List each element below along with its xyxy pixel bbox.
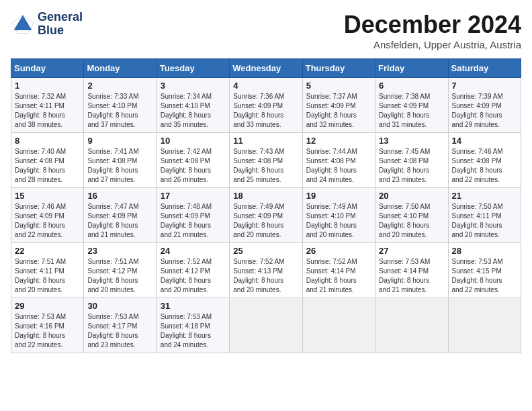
day-number: 14	[452, 136, 517, 146]
day-number: 31	[161, 301, 226, 311]
day-number: 11	[233, 136, 298, 146]
calendar-cell: 19Sunrise: 7:49 AM Sunset: 4:10 PM Dayli…	[302, 188, 375, 243]
main-title: December 2024	[344, 11, 521, 39]
calendar-cell: 18Sunrise: 7:49 AM Sunset: 4:09 PM Dayli…	[230, 188, 302, 243]
day-info: Sunrise: 7:52 AM Sunset: 4:12 PM Dayligh…	[161, 257, 226, 295]
day-number: 26	[306, 246, 371, 256]
calendar-week-row: 1Sunrise: 7:32 AM Sunset: 4:11 PM Daylig…	[11, 78, 521, 133]
day-info: Sunrise: 7:32 AM Sunset: 4:11 PM Dayligh…	[15, 92, 80, 130]
day-number: 16	[87, 191, 152, 201]
calendar-week-row: 22Sunrise: 7:51 AM Sunset: 4:11 PM Dayli…	[11, 243, 521, 298]
calendar-cell: 29Sunrise: 7:53 AM Sunset: 4:16 PM Dayli…	[11, 298, 84, 353]
calendar-cell: 15Sunrise: 7:46 AM Sunset: 4:09 PM Dayli…	[11, 188, 84, 243]
calendar-cell: 3Sunrise: 7:34 AM Sunset: 4:10 PM Daylig…	[157, 78, 229, 133]
calendar-cell: 5Sunrise: 7:37 AM Sunset: 4:09 PM Daylig…	[302, 78, 375, 133]
day-number: 13	[379, 136, 444, 146]
day-number: 20	[379, 191, 444, 201]
day-info: Sunrise: 7:46 AM Sunset: 4:08 PM Dayligh…	[452, 147, 517, 185]
day-number: 30	[87, 301, 152, 311]
title-block: December 2024 Ansfelden, Upper Austria, …	[344, 11, 521, 50]
calendar-cell	[448, 298, 521, 353]
calendar-cell: 16Sunrise: 7:47 AM Sunset: 4:09 PM Dayli…	[84, 188, 157, 243]
svg-marker-0	[14, 15, 32, 30]
logo-icon	[11, 12, 35, 36]
calendar-cell	[230, 298, 302, 353]
day-info: Sunrise: 7:49 AM Sunset: 4:09 PM Dayligh…	[233, 202, 298, 240]
day-info: Sunrise: 7:47 AM Sunset: 4:09 PM Dayligh…	[87, 202, 152, 240]
weekday-header: Tuesday	[157, 59, 229, 78]
calendar-cell: 8Sunrise: 7:40 AM Sunset: 4:08 PM Daylig…	[11, 133, 84, 188]
day-number: 23	[87, 246, 152, 256]
calendar-cell	[302, 298, 375, 353]
day-number: 24	[161, 246, 226, 256]
day-info: Sunrise: 7:36 AM Sunset: 4:09 PM Dayligh…	[233, 92, 298, 130]
calendar-week-row: 15Sunrise: 7:46 AM Sunset: 4:09 PM Dayli…	[11, 188, 521, 243]
day-info: Sunrise: 7:53 AM Sunset: 4:15 PM Dayligh…	[452, 257, 517, 295]
weekday-header: Friday	[375, 59, 448, 78]
day-number: 7	[452, 81, 517, 91]
calendar-cell: 28Sunrise: 7:53 AM Sunset: 4:15 PM Dayli…	[448, 243, 521, 298]
calendar-cell: 6Sunrise: 7:38 AM Sunset: 4:09 PM Daylig…	[375, 78, 448, 133]
day-info: Sunrise: 7:45 AM Sunset: 4:08 PM Dayligh…	[379, 147, 444, 185]
calendar-cell: 13Sunrise: 7:45 AM Sunset: 4:08 PM Dayli…	[375, 133, 448, 188]
day-info: Sunrise: 7:42 AM Sunset: 4:08 PM Dayligh…	[161, 147, 226, 185]
day-info: Sunrise: 7:33 AM Sunset: 4:10 PM Dayligh…	[87, 92, 152, 130]
day-number: 9	[87, 136, 152, 146]
calendar-cell: 12Sunrise: 7:44 AM Sunset: 4:08 PM Dayli…	[302, 133, 375, 188]
logo-text: General Blue	[38, 11, 83, 38]
header: General Blue December 2024 Ansfelden, Up…	[11, 11, 521, 50]
weekday-header: Wednesday	[230, 59, 302, 78]
calendar-cell: 9Sunrise: 7:41 AM Sunset: 4:08 PM Daylig…	[84, 133, 157, 188]
day-number: 5	[306, 81, 371, 91]
day-number: 27	[379, 246, 444, 256]
weekday-header: Sunday	[11, 59, 84, 78]
weekday-header: Saturday	[448, 59, 521, 78]
day-number: 18	[233, 191, 298, 201]
day-number: 17	[161, 191, 226, 201]
day-info: Sunrise: 7:53 AM Sunset: 4:16 PM Dayligh…	[15, 312, 80, 350]
day-number: 1	[15, 81, 80, 91]
calendar-cell: 10Sunrise: 7:42 AM Sunset: 4:08 PM Dayli…	[157, 133, 229, 188]
logo-line1: General	[38, 11, 83, 24]
day-number: 3	[161, 81, 226, 91]
day-info: Sunrise: 7:50 AM Sunset: 4:10 PM Dayligh…	[379, 202, 444, 240]
calendar-cell: 2Sunrise: 7:33 AM Sunset: 4:10 PM Daylig…	[84, 78, 157, 133]
day-info: Sunrise: 7:44 AM Sunset: 4:08 PM Dayligh…	[306, 147, 371, 185]
day-info: Sunrise: 7:51 AM Sunset: 4:12 PM Dayligh…	[87, 257, 152, 295]
calendar-table: SundayMondayTuesdayWednesdayThursdayFrid…	[11, 58, 521, 353]
day-number: 8	[15, 136, 80, 146]
day-info: Sunrise: 7:43 AM Sunset: 4:08 PM Dayligh…	[233, 147, 298, 185]
calendar-cell: 26Sunrise: 7:52 AM Sunset: 4:14 PM Dayli…	[302, 243, 375, 298]
calendar-week-row: 8Sunrise: 7:40 AM Sunset: 4:08 PM Daylig…	[11, 133, 521, 188]
calendar-cell: 17Sunrise: 7:48 AM Sunset: 4:09 PM Dayli…	[157, 188, 229, 243]
logo: General Blue	[11, 11, 83, 38]
calendar-cell: 23Sunrise: 7:51 AM Sunset: 4:12 PM Dayli…	[84, 243, 157, 298]
day-info: Sunrise: 7:34 AM Sunset: 4:10 PM Dayligh…	[161, 92, 226, 130]
day-number: 10	[161, 136, 226, 146]
day-info: Sunrise: 7:40 AM Sunset: 4:08 PM Dayligh…	[15, 147, 80, 185]
day-info: Sunrise: 7:51 AM Sunset: 4:11 PM Dayligh…	[15, 257, 80, 295]
day-number: 2	[87, 81, 152, 91]
weekday-header: Monday	[84, 59, 157, 78]
calendar-cell: 21Sunrise: 7:50 AM Sunset: 4:11 PM Dayli…	[448, 188, 521, 243]
calendar-cell: 4Sunrise: 7:36 AM Sunset: 4:09 PM Daylig…	[230, 78, 302, 133]
day-number: 6	[379, 81, 444, 91]
day-number: 22	[15, 246, 80, 256]
day-info: Sunrise: 7:48 AM Sunset: 4:09 PM Dayligh…	[161, 202, 226, 240]
day-number: 19	[306, 191, 371, 201]
day-number: 4	[233, 81, 298, 91]
day-info: Sunrise: 7:50 AM Sunset: 4:11 PM Dayligh…	[452, 202, 517, 240]
calendar-cell: 14Sunrise: 7:46 AM Sunset: 4:08 PM Dayli…	[448, 133, 521, 188]
day-info: Sunrise: 7:37 AM Sunset: 4:09 PM Dayligh…	[306, 92, 371, 130]
calendar-cell: 27Sunrise: 7:53 AM Sunset: 4:14 PM Dayli…	[375, 243, 448, 298]
day-info: Sunrise: 7:46 AM Sunset: 4:09 PM Dayligh…	[15, 202, 80, 240]
calendar-cell: 24Sunrise: 7:52 AM Sunset: 4:12 PM Dayli…	[157, 243, 229, 298]
calendar-cell: 20Sunrise: 7:50 AM Sunset: 4:10 PM Dayli…	[375, 188, 448, 243]
day-info: Sunrise: 7:49 AM Sunset: 4:10 PM Dayligh…	[306, 202, 371, 240]
day-number: 15	[15, 191, 80, 201]
calendar-cell: 30Sunrise: 7:53 AM Sunset: 4:17 PM Dayli…	[84, 298, 157, 353]
day-number: 25	[233, 246, 298, 256]
day-info: Sunrise: 7:39 AM Sunset: 4:09 PM Dayligh…	[452, 92, 517, 130]
calendar-cell: 1Sunrise: 7:32 AM Sunset: 4:11 PM Daylig…	[11, 78, 84, 133]
day-info: Sunrise: 7:38 AM Sunset: 4:09 PM Dayligh…	[379, 92, 444, 130]
